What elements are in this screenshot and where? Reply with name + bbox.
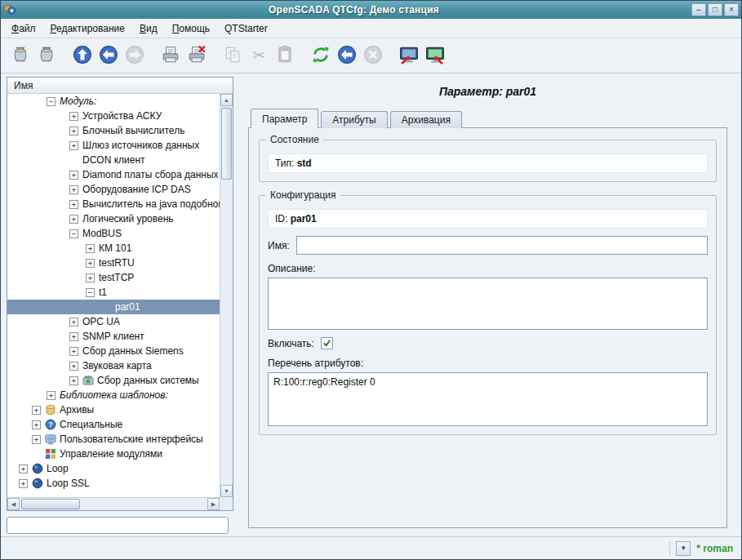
- tree-item[interactable]: +Пользовательские интерфейсы: [7, 432, 220, 447]
- tab-parameter[interactable]: Параметр: [251, 109, 318, 128]
- tree-item[interactable]: −Модуль:: [7, 94, 220, 109]
- horizontal-scroll-thumb[interactable]: [21, 499, 80, 509]
- expand-icon[interactable]: +: [32, 406, 41, 415]
- tree-item[interactable]: −ModBUS: [7, 226, 220, 241]
- page-title: Параметр: par01: [238, 85, 738, 98]
- tree-item[interactable]: +Оборудование ICP DAS: [7, 182, 220, 197]
- scrollbar-corner: [220, 497, 233, 510]
- scroll-up-icon[interactable]: ▲: [220, 94, 233, 106]
- tree-item[interactable]: +OPC UA: [7, 314, 220, 329]
- expand-icon[interactable]: +: [69, 185, 78, 194]
- system-icon: [82, 375, 94, 386]
- expand-icon[interactable]: +: [69, 112, 78, 121]
- tree-item[interactable]: +Логический уровень: [7, 211, 220, 226]
- expand-icon[interactable]: +: [69, 347, 78, 356]
- tree-item[interactable]: +Сбор данных Siemens: [7, 344, 220, 358]
- scroll-left-icon[interactable]: ◀: [7, 498, 20, 510]
- expand-icon[interactable]: +: [19, 479, 28, 488]
- minimize-button[interactable]: –: [691, 3, 706, 16]
- name-input[interactable]: [296, 236, 708, 255]
- menu-help[interactable]: Помощь: [165, 20, 217, 38]
- tree-item[interactable]: +КМ 101: [7, 241, 220, 256]
- refresh-button[interactable]: [308, 42, 334, 69]
- menu-edit[interactable]: Редактирование: [43, 20, 132, 38]
- tree-item[interactable]: +Loop SSL: [7, 476, 220, 491]
- tree-item[interactable]: +Библиотека шаблонов:: [7, 388, 220, 402]
- tree-item[interactable]: +Сбор данных системы: [7, 373, 220, 388]
- tree-item[interactable]: +Блочный вычислитель: [7, 123, 220, 138]
- tree-item[interactable]: +Архивы: [7, 402, 220, 417]
- expand-icon[interactable]: +: [19, 464, 28, 473]
- expand-icon[interactable]: +: [86, 273, 95, 282]
- delete-item-button[interactable]: [184, 42, 210, 69]
- up-button[interactable]: [69, 42, 96, 69]
- forward-button: [122, 42, 148, 69]
- tree-item[interactable]: +Шлюз источников данных: [7, 138, 220, 153]
- maximize-button[interactable]: □: [708, 3, 722, 16]
- tree-item[interactable]: +Loop: [7, 461, 220, 476]
- ui-icon: [45, 433, 56, 445]
- tree-item[interactable]: +testTCP: [7, 270, 220, 285]
- tree-item[interactable]: +?Специальные: [7, 417, 220, 432]
- tree-item[interactable]: −t1: [7, 285, 220, 300]
- collapse-icon[interactable]: −: [86, 288, 95, 297]
- menu-qtstarter[interactable]: QTStarter: [217, 20, 275, 38]
- expand-icon[interactable]: +: [47, 391, 56, 400]
- vision-window-button[interactable]: [422, 42, 448, 69]
- start-button[interactable]: [334, 42, 360, 69]
- add-item-button[interactable]: [158, 42, 184, 69]
- tree-item[interactable]: DCON клиент: [7, 153, 220, 167]
- tree-item-label: Пользовательские интерфейсы: [60, 433, 203, 445]
- tree-item-label: testRTU: [99, 257, 135, 269]
- expand-icon[interactable]: +: [69, 332, 78, 341]
- collapse-icon[interactable]: −: [47, 97, 56, 106]
- toolbar-separator: [298, 42, 308, 69]
- expand-icon[interactable]: +: [32, 420, 41, 429]
- config-groupbox: Конфигурация ID: par01 Имя: Описание: Вк…: [259, 195, 717, 435]
- tree-item[interactable]: +Diamond платы сбора данных: [7, 167, 220, 182]
- menu-view[interactable]: Вид: [132, 20, 165, 38]
- vertical-scroll-thumb[interactable]: [221, 108, 232, 180]
- menu-file[interactable]: Файл: [4, 20, 43, 38]
- collapse-icon[interactable]: −: [69, 229, 78, 238]
- expand-icon[interactable]: +: [69, 376, 78, 385]
- back-button[interactable]: [96, 42, 122, 69]
- tree-item[interactable]: +Вычислитель на java подобном: [7, 197, 220, 211]
- type-label: Тип:: [275, 158, 294, 169]
- close-button[interactable]: ×: [724, 3, 739, 16]
- save-db-button[interactable]: [33, 42, 60, 69]
- expand-icon[interactable]: +: [69, 200, 78, 209]
- toolbar-separator: [210, 42, 220, 69]
- scroll-down-icon[interactable]: ▼: [220, 485, 233, 497]
- tree-item[interactable]: +Устройства АСКУ: [7, 109, 220, 123]
- state-group-title: Состояние: [266, 134, 323, 145]
- description-textarea[interactable]: [268, 278, 708, 330]
- bottom-left-input[interactable]: [7, 517, 229, 534]
- user-dropdown-button[interactable]: ▼: [676, 541, 691, 556]
- expand-icon[interactable]: +: [32, 435, 41, 444]
- tree-item[interactable]: +SNMP клиент: [7, 329, 220, 344]
- expand-icon[interactable]: +: [86, 259, 95, 268]
- tree-item[interactable]: +Звуковая карта: [7, 358, 220, 373]
- expand-icon[interactable]: +: [69, 215, 78, 224]
- enable-checkbox[interactable]: [321, 337, 333, 349]
- tree-item[interactable]: +testRTU: [7, 256, 220, 270]
- expand-icon[interactable]: +: [86, 244, 95, 253]
- attribute-item[interactable]: R:100:r:reg0:Register 0: [273, 376, 375, 388]
- load-db-button[interactable]: [7, 42, 33, 69]
- tree-item-label: Специальные: [60, 419, 122, 430]
- tree-item[interactable]: par01: [7, 300, 220, 314]
- tab-attributes[interactable]: Атрибуты: [321, 111, 387, 128]
- expand-icon[interactable]: +: [69, 318, 78, 327]
- qtcfg-window-icon: [399, 45, 419, 67]
- attributes-listbox[interactable]: R:100:r:reg0:Register 0: [268, 372, 708, 426]
- tree-item[interactable]: Управление модулями: [7, 447, 220, 461]
- tab-archiving[interactable]: Архивация: [390, 111, 462, 128]
- expand-icon[interactable]: +: [69, 362, 78, 371]
- scroll-right-icon[interactable]: ▶: [207, 498, 220, 510]
- qtcfg-window-button[interactable]: [396, 42, 422, 69]
- expand-icon[interactable]: +: [69, 127, 78, 136]
- toolbar-separator: [148, 42, 158, 69]
- expand-icon[interactable]: +: [69, 141, 78, 150]
- expand-icon[interactable]: +: [69, 171, 78, 180]
